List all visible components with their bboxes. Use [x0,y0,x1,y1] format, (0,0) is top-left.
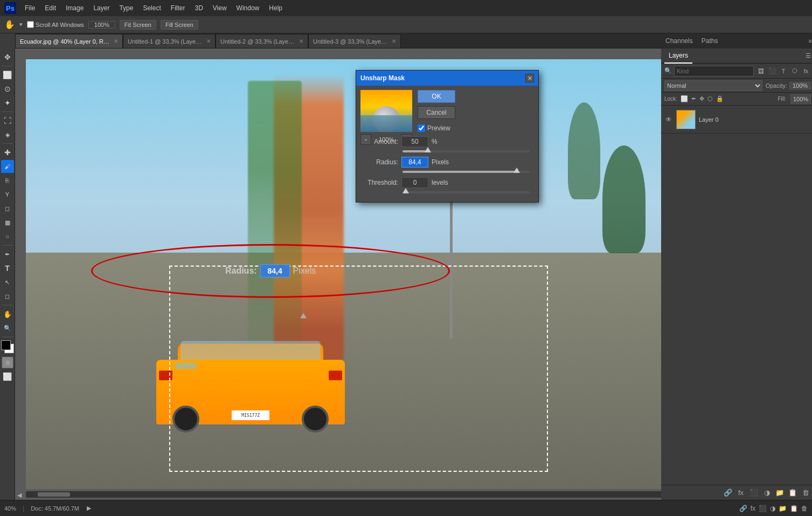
status-trash-icon[interactable]: 🗑 [801,505,808,512]
channel-paths-tabbar: Channels Paths ≡ [661,33,812,48]
amount-slider-track [402,150,428,152]
gradient-tool[interactable]: ▦ [1,216,14,229]
menu-filter[interactable]: Filter [166,2,190,14]
layers-panel-menu[interactable]: ☰ [806,52,811,59]
lasso-tool[interactable]: ⊙ [1,82,14,95]
status-nav-arrow[interactable]: ▶ [87,505,91,512]
type-tool[interactable]: T [1,262,14,275]
scene: MIS177Z Radius: Pixels [26,59,678,489]
add-mask-btn[interactable]: ⬛ [748,487,759,498]
radius-slider-track [402,171,517,173]
quick-mask-toggle[interactable]: ⊙ [2,357,13,368]
fit-screen-button[interactable]: Fit Screen [120,20,156,30]
dialog-preview-image[interactable] [360,90,412,132]
cancel-button[interactable]: Cancel [418,106,455,119]
delete-layer-btn[interactable]: 🗑 [800,487,811,498]
threshold-slider[interactable] [402,191,530,193]
panel-menu-icon[interactable]: ≡ [809,38,812,44]
tab-0-close[interactable]: ✕ [114,38,118,44]
menu-layer[interactable]: Layer [89,2,114,14]
magic-wand-tool[interactable]: ✦ [1,96,14,109]
lock-paint-icon[interactable]: ✒ [691,95,696,102]
menu-file[interactable]: File [20,2,39,14]
paths-tab[interactable]: Paths [697,33,723,48]
menu-select[interactable]: Select [138,2,165,14]
new-adjustment-btn[interactable]: ◑ [761,487,772,498]
menu-help[interactable]: Help [265,2,287,14]
zoom-value-input[interactable] [88,21,115,29]
crop-tool[interactable]: ⛶ [1,114,14,127]
eraser-tool[interactable]: ◻ [1,202,14,215]
menu-type[interactable]: Type [115,2,137,14]
scroll-left-arrow[interactable]: ◀ [17,492,22,499]
tab-3-close[interactable]: ✕ [392,38,396,44]
scroll-all-windows-checkbox[interactable] [27,21,34,28]
status-fx-icon[interactable]: fx [751,505,755,512]
fill-screen-button[interactable]: Fill Screen [161,20,198,30]
radius-slider[interactable] [402,171,530,173]
tab-2-close[interactable]: ✕ [299,38,303,44]
link-layers-btn[interactable]: 🔗 [723,487,733,498]
status-adjust-icon[interactable]: ◑ [770,505,775,512]
add-style-btn[interactable]: fx [735,487,746,498]
tab-0[interactable]: Ecuador.jpg @ 40% (Layer 0, RGB/8#) ✕ [15,34,123,48]
ok-button[interactable]: OK [418,90,455,103]
brush-tool[interactable]: 🖌 [1,160,14,173]
status-folder-icon[interactable]: 📁 [779,505,787,512]
filter-adjust-icon[interactable]: ⬛ [767,66,777,76]
foreground-color-swatch[interactable] [1,340,14,353]
blend-mode-select[interactable]: Normal [664,80,762,91]
menu-3d[interactable]: 3D [190,2,207,14]
filter-smart-icon[interactable]: fx [801,66,811,76]
shape-tool[interactable]: ◻ [1,290,14,303]
filter-pixel-icon[interactable]: 🖼 [756,66,766,76]
new-group-btn[interactable]: 📁 [774,487,785,498]
dodge-tool[interactable]: ○ [1,230,14,243]
clone-tool[interactable]: ⎘ [1,174,14,187]
tab-1[interactable]: Untitled-1 @ 33,3% (Layer 1, RGB/... ✕ [123,34,216,48]
zoom-tool[interactable]: 🔍 [1,322,14,334]
menu-view[interactable]: View [209,2,231,14]
status-mask-icon[interactable]: ⬛ [759,505,767,512]
threshold-input[interactable] [401,177,428,188]
tab-1-close[interactable]: ✕ [206,38,211,44]
filter-shape-icon[interactable]: ⬡ [790,66,800,76]
tab-2[interactable]: Untitled-2 @ 33,3% (Layer 1, RGB/... ✕ [216,34,308,48]
lock-move-icon[interactable]: ✥ [699,95,704,102]
screen-mode-toggle[interactable]: ⬜ [2,371,13,382]
new-layer-btn[interactable]: 📋 [787,487,798,498]
history-tool[interactable]: Y [1,188,14,201]
preview-checkbox[interactable] [418,124,425,132]
layer-visibility-icon[interactable]: 👁 [664,115,673,124]
filter-type-icon[interactable]: T [779,66,788,76]
menu-window[interactable]: Window [232,2,264,14]
path-select-tool[interactable]: ↖ [1,276,14,289]
channels-tab[interactable]: Channels [661,33,697,48]
fill-input[interactable] [790,94,811,104]
threshold-row: Threshold: levels [360,177,534,188]
move-tool[interactable]: ✥ [1,51,14,64]
unsharp-mask-dialog[interactable]: Unsharp Mask ✕ - 100% + OK Cancel [356,70,539,203]
radius-input[interactable] [401,157,428,168]
heal-tool[interactable]: ✚ [1,146,14,159]
lock-transparent-icon[interactable]: ⬜ [681,95,688,102]
lock-all-icon[interactable]: 🔒 [716,95,724,102]
eyedropper-tool[interactable]: ◈ [1,128,14,141]
amount-input[interactable] [401,136,428,147]
horizontal-scrollbar[interactable] [26,491,668,498]
menu-edit[interactable]: Edit [40,2,60,14]
dialog-close-button[interactable]: ✕ [525,74,534,82]
lock-artboards-icon[interactable]: ⬡ [707,95,713,102]
pen-tool[interactable]: ✒ [1,248,14,261]
hand-tool[interactable]: ✋ [1,308,14,320]
opacity-input[interactable] [789,82,811,89]
menu-image[interactable]: Image [61,2,88,14]
layers-tab[interactable]: Layers [664,48,692,64]
status-new-layer-icon[interactable]: 📋 [790,505,798,512]
layer-item-0[interactable]: 👁 Layer 0 [661,106,812,134]
tab-3[interactable]: Untitled-3 @ 33,3% (Layer 1, RGB/... ✕ [308,34,401,48]
status-link-icon[interactable]: 🔗 [739,505,747,512]
amount-slider[interactable] [402,150,530,152]
marquee-tool[interactable]: ⬜ [1,68,14,81]
layers-search-input[interactable] [674,66,754,76]
